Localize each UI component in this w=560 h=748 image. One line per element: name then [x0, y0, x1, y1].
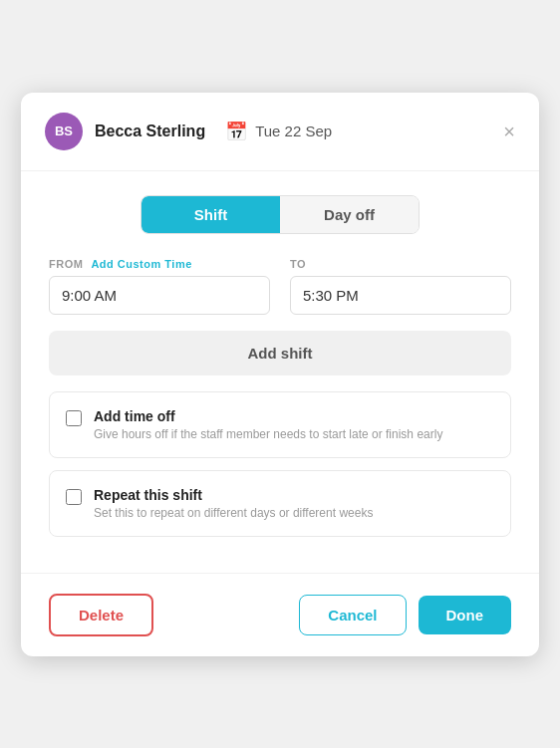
add-custom-time-link[interactable]: Add Custom Time [91, 258, 191, 270]
modal-footer: Delete Cancel Done [21, 573, 539, 656]
user-name: Becca Sterling [95, 123, 205, 140]
done-button[interactable]: Done [419, 596, 512, 634]
from-column: FROM Add Custom Time [49, 258, 270, 315]
from-text: FROM [49, 258, 83, 270]
to-column: TO [290, 258, 511, 315]
option-card-time-off: Add time off Give hours off if the staff… [49, 391, 511, 458]
time-off-text: Add time off Give hours off if the staff… [94, 408, 442, 441]
to-label-text: TO [290, 258, 511, 270]
time-off-desc: Give hours off if the staff member needs… [94, 427, 442, 441]
calendar-icon: 📅 [225, 121, 247, 142]
to-text: TO [290, 258, 306, 270]
avatar: BS [45, 113, 83, 150]
cancel-button[interactable]: Cancel [299, 595, 406, 635]
time-off-title: Add time off [94, 408, 442, 424]
repeat-shift-title: Repeat this shift [94, 487, 373, 503]
time-off-checkbox[interactable] [66, 410, 82, 426]
modal-header: BS Becca Sterling 📅 Tue 22 Sep × [21, 93, 539, 171]
to-time-input[interactable] [290, 276, 511, 315]
from-label: FROM Add Custom Time [49, 258, 270, 270]
tab-shift[interactable]: Shift [141, 196, 280, 233]
date-group: 📅 Tue 22 Sep [225, 121, 332, 142]
modal-body: Shift Day off FROM Add Custom Time TO Ad… [21, 171, 539, 573]
tab-day-off[interactable]: Day off [280, 196, 419, 233]
tab-group: Shift Day off [140, 195, 420, 234]
delete-button[interactable]: Delete [49, 594, 153, 636]
modal-dialog: BS Becca Sterling 📅 Tue 22 Sep × Shift D… [21, 93, 539, 656]
repeat-shift-desc: Set this to repeat on different days or … [94, 506, 373, 520]
close-button[interactable]: × [503, 122, 515, 141]
from-time-input[interactable] [49, 276, 270, 315]
add-shift-button[interactable]: Add shift [49, 331, 511, 375]
repeat-shift-text: Repeat this shift Set this to repeat on … [94, 487, 373, 520]
time-row: FROM Add Custom Time TO [49, 258, 511, 315]
header-date: Tue 22 Sep [255, 123, 332, 139]
repeat-shift-checkbox[interactable] [66, 489, 82, 505]
option-card-repeat-shift: Repeat this shift Set this to repeat on … [49, 470, 511, 537]
